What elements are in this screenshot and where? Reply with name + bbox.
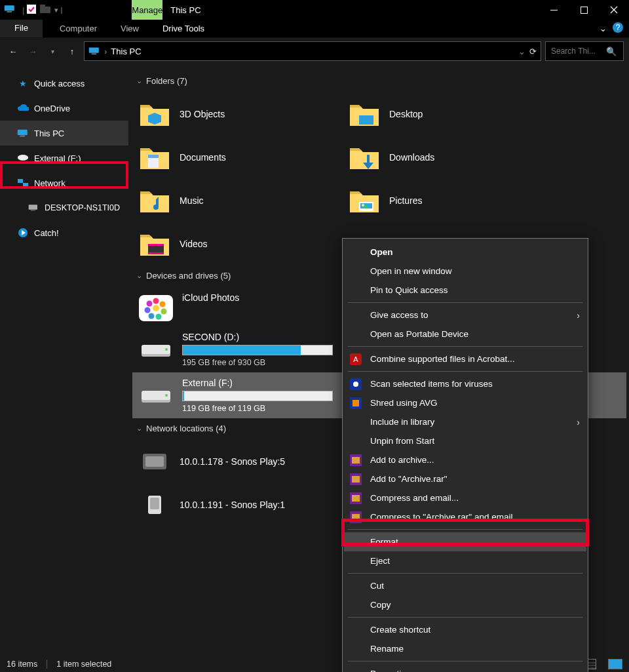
item-label: Documents xyxy=(180,152,226,163)
menu-item-include-library[interactable]: Include in library› xyxy=(344,412,586,431)
svg-rect-3 xyxy=(40,7,50,13)
item-label: Videos xyxy=(180,239,208,249)
folder-icon xyxy=(349,188,380,214)
folder-item-downloads[interactable]: Downloads xyxy=(342,136,539,179)
hard-drive-icon xyxy=(139,380,173,406)
svg-rect-5 xyxy=(550,10,558,10)
help-icon[interactable]: ? xyxy=(612,22,624,35)
qat-checkbox-icon[interactable] xyxy=(27,5,36,16)
sidebar-item-quick-access[interactable]: ★ Quick access xyxy=(0,71,128,96)
folder-item-desktop[interactable]: Desktop xyxy=(342,92,539,136)
maximize-button[interactable] xyxy=(569,0,599,20)
free-space-label: 195 GB free of 930 GB xyxy=(182,358,339,367)
menu-item-scan-viruses[interactable]: Scan selected items for viruses xyxy=(344,374,586,393)
refresh-icon[interactable]: ⟳ xyxy=(529,47,537,56)
qat-folder-icon[interactable] xyxy=(40,5,50,16)
breadcrumb[interactable]: This PC xyxy=(111,47,141,56)
svg-point-52 xyxy=(353,382,358,387)
menu-item-open-portable-device[interactable]: Open as Portable Device xyxy=(344,325,586,344)
folder-item-3d-objects[interactable]: 3D Objects xyxy=(132,92,329,136)
icloud-photos-icon xyxy=(139,295,173,321)
folder-item-documents[interactable]: Documents xyxy=(132,136,329,179)
media-device-icon xyxy=(139,493,170,517)
svg-rect-6 xyxy=(581,7,587,13)
menu-item-give-access-to[interactable]: Give access to› xyxy=(344,306,586,325)
item-label: iCloud Photos xyxy=(182,292,339,303)
menu-item-compress-email[interactable]: Compress and email... xyxy=(344,488,586,507)
folder-icon xyxy=(139,231,170,257)
sidebar-item-network-computer[interactable]: DESKTOP-NS1TI0D xyxy=(0,195,128,220)
search-box[interactable]: 🔍 xyxy=(545,41,624,61)
menu-item-open-new-window[interactable]: Open in new window xyxy=(344,262,586,281)
folder-item-music[interactable]: Music xyxy=(132,179,329,222)
svg-point-14 xyxy=(18,155,28,160)
svg-rect-21 xyxy=(359,115,373,125)
ribbon-expand-icon[interactable]: ⌄ xyxy=(600,24,607,33)
svg-rect-56 xyxy=(352,457,360,464)
free-space-label: 119 GB free of 119 GB xyxy=(182,404,339,413)
usage-bar xyxy=(182,391,333,401)
avg-shred-icon xyxy=(349,397,362,410)
menu-item-cut[interactable]: Cut xyxy=(344,576,586,595)
svg-rect-46 xyxy=(145,456,164,467)
address-dropdown-icon[interactable]: ⌄ xyxy=(518,47,525,56)
svg-rect-54 xyxy=(353,400,359,406)
svg-rect-9 xyxy=(89,48,99,53)
menu-item-copy[interactable]: Copy xyxy=(344,595,586,614)
tab-file[interactable]: File xyxy=(0,20,43,37)
drive-icon xyxy=(17,152,29,164)
minimize-button[interactable] xyxy=(539,0,569,20)
search-input[interactable] xyxy=(550,46,602,56)
tab-view[interactable]: View xyxy=(109,20,151,37)
folder-icon xyxy=(139,188,170,214)
item-label: Desktop xyxy=(389,109,423,119)
item-label: 10.0.1.191 - Sonos Play:1 xyxy=(180,500,285,510)
folder-item-pictures[interactable]: Pictures xyxy=(342,179,539,222)
folder-icon xyxy=(139,101,170,127)
menu-item-properties[interactable]: Properties xyxy=(344,664,586,672)
close-button[interactable] xyxy=(599,0,629,20)
svg-text:?: ? xyxy=(616,23,620,32)
sidebar-item-external-drive[interactable]: External (F:) xyxy=(0,146,128,170)
menu-item-rename[interactable]: Rename xyxy=(344,639,586,658)
network-icon xyxy=(17,177,29,189)
menu-item-format[interactable]: Format... xyxy=(344,532,586,551)
sidebar-item-network[interactable]: Network xyxy=(0,170,128,195)
nav-pane: ★ Quick access OneDrive This PC External… xyxy=(0,64,128,656)
sidebar-item-this-pc[interactable]: This PC xyxy=(0,121,128,146)
svg-text:A: A xyxy=(353,355,358,363)
sidebar-item-onedrive[interactable]: OneDrive xyxy=(0,96,128,121)
qat-dropdown-icon[interactable]: ▾ | xyxy=(54,6,62,14)
sidebar-item-catch[interactable]: Catch! xyxy=(0,220,128,245)
menu-item-pin-quick-access[interactable]: Pin to Quick access xyxy=(344,281,586,300)
svg-point-33 xyxy=(160,302,166,307)
address-bar[interactable]: › This PC ⌄ ⟳ xyxy=(84,41,541,61)
view-tiles-button[interactable] xyxy=(608,659,622,669)
menu-item-shred-avg[interactable]: Shred using AVG xyxy=(344,393,586,412)
winrar-icon xyxy=(349,454,362,467)
svg-rect-12 xyxy=(20,136,26,137)
sidebar-item-label: External (F:) xyxy=(34,153,81,163)
group-header-folders[interactable]: ⌄ Folders (7) xyxy=(136,76,626,86)
nav-forward-button[interactable]: → xyxy=(25,43,41,59)
tab-computer[interactable]: Computer xyxy=(48,20,109,37)
menu-item-eject[interactable]: Eject xyxy=(344,551,586,570)
nav-row: ← → ▾ ↑ › This PC ⌄ ⟳ 🔍 xyxy=(0,38,629,64)
chevron-right-icon[interactable]: › xyxy=(104,47,107,56)
nav-up-button[interactable]: ↑ xyxy=(64,43,80,59)
menu-item-combine-acrobat[interactable]: ACombine supported files in Acrobat... xyxy=(344,349,586,368)
nav-back-button[interactable]: ← xyxy=(5,43,21,59)
status-selected-count: 1 item selected xyxy=(56,660,111,669)
window-title: This PC xyxy=(162,0,208,20)
menu-item-create-shortcut[interactable]: Create shortcut xyxy=(344,620,586,639)
menu-item-open[interactable]: Open xyxy=(344,243,586,262)
ribbon-context-tab-manage[interactable]: Manage xyxy=(132,0,162,20)
status-item-count: 16 items xyxy=(7,660,37,669)
folder-item-videos[interactable]: Videos xyxy=(132,222,329,266)
menu-item-add-archive-rar[interactable]: Add to "Archive.rar" xyxy=(344,469,586,488)
nav-recent-dropdown[interactable]: ▾ xyxy=(45,43,60,59)
menu-item-compress-rar-email[interactable]: Compress to "Archive.rar" and email xyxy=(344,507,586,526)
menu-item-unpin-start[interactable]: Unpin from Start xyxy=(344,431,586,450)
tab-drive-tools[interactable]: Drive Tools xyxy=(151,20,216,37)
menu-item-add-archive[interactable]: Add to archive... xyxy=(344,450,586,469)
